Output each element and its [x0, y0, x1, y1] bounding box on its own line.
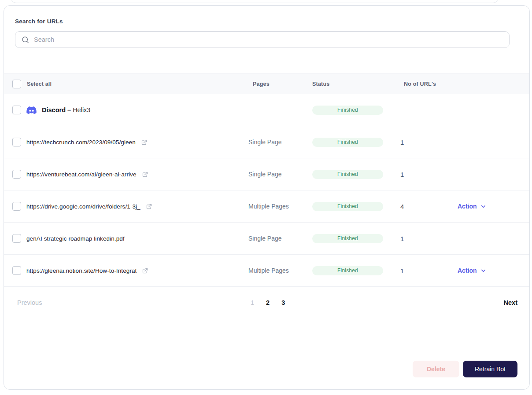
row-checkbox[interactable]: [12, 234, 21, 243]
table-row: https://gleenai.notion.site/How-to-Integ…: [4, 255, 529, 287]
search-icon: [21, 36, 30, 44]
pagination: Previous 1 2 3 Next: [4, 289, 529, 316]
table-row: Discord – Helix3 Finished: [4, 94, 529, 126]
row-checkbox[interactable]: [12, 170, 21, 179]
search-section: Search for URLs: [4, 6, 529, 48]
status-badge: Finished: [312, 266, 383, 275]
page: Search for URLs Select all Pages Status …: [0, 0, 532, 395]
select-all-label: Select all: [27, 81, 52, 87]
url-count-cell: 1: [397, 235, 454, 242]
source-url: https://gleenai.notion.site/How-to-Integ…: [26, 267, 137, 274]
pagination-next[interactable]: Next: [504, 299, 517, 306]
pages-cell: Single Page: [245, 235, 312, 242]
pages-cell: Single Page: [245, 139, 312, 146]
url-count-cell: 4: [397, 203, 454, 210]
pagination-previous[interactable]: Previous: [17, 299, 42, 306]
source-url: https://drive.google.com/drive/folders/1…: [26, 203, 140, 210]
table-header: Select all Pages Status No of URL's: [4, 73, 529, 94]
column-header-pages: Pages: [245, 81, 312, 87]
source-name: Discord – Helix3: [42, 106, 90, 113]
retrain-bot-button[interactable]: Retrain Bot: [463, 361, 517, 377]
external-link-icon[interactable]: [141, 139, 148, 146]
row-checkbox[interactable]: [12, 266, 21, 275]
discord-icon: [26, 106, 37, 114]
source-url: https://venturebeat.com/ai/gleen-ai-arri…: [26, 171, 137, 178]
table-row: https://venturebeat.com/ai/gleen-ai-arri…: [4, 158, 529, 190]
status-badge: Finished: [312, 234, 383, 243]
pagination-page-3[interactable]: 3: [281, 299, 285, 306]
pages-cell: Multiple Pages: [245, 267, 312, 274]
table-row: https://drive.google.com/drive/folders/1…: [4, 190, 529, 223]
pagination-page-2[interactable]: 2: [266, 299, 270, 306]
chevron-down-icon: [480, 203, 487, 210]
external-link-icon[interactable]: [142, 267, 148, 274]
status-badge: Finished: [312, 106, 383, 115]
url-count-cell: 1: [397, 171, 454, 178]
status-badge: Finished: [312, 202, 383, 211]
row-checkbox[interactable]: [12, 202, 21, 211]
table-row: https://techcrunch.com/2023/09/05/gleen …: [4, 126, 529, 158]
url-count-cell: 1: [397, 139, 454, 146]
status-badge: Finished: [312, 170, 383, 179]
pagination-page-1[interactable]: 1: [251, 299, 254, 306]
search-label: Search for URLs: [15, 18, 518, 25]
delete-button[interactable]: Delete: [413, 361, 459, 377]
table-row: genAI strategic roadmap linkedin.pdf Sin…: [4, 223, 529, 255]
action-dropdown[interactable]: Action: [458, 267, 487, 274]
url-count-cell: 1: [397, 267, 454, 274]
external-link-icon[interactable]: [146, 203, 152, 210]
external-link-icon[interactable]: [142, 171, 148, 178]
search-box[interactable]: [15, 31, 510, 48]
search-input[interactable]: [34, 36, 503, 43]
row-checkbox[interactable]: [12, 106, 21, 114]
column-header-no-of-urls: No of URL's: [397, 81, 454, 87]
url-training-card: Search for URLs Select all Pages Status …: [4, 5, 530, 390]
select-all-checkbox[interactable]: [12, 80, 21, 88]
action-dropdown[interactable]: Action: [458, 203, 487, 210]
source-file-name: genAI strategic roadmap linkedin.pdf: [26, 235, 125, 242]
footer-actions: Delete Retrain Bot: [413, 361, 517, 377]
chevron-down-icon: [480, 267, 487, 274]
status-badge: Finished: [312, 138, 383, 147]
row-checkbox[interactable]: [12, 138, 21, 146]
previous-card-edge: [11, 0, 498, 3]
pages-cell: Single Page: [245, 171, 312, 178]
urls-table: Select all Pages Status No of URL's: [4, 73, 529, 287]
column-header-status: Status: [312, 81, 397, 87]
source-url: https://techcrunch.com/2023/09/05/gleen: [26, 139, 136, 146]
pages-cell: Multiple Pages: [245, 203, 312, 210]
